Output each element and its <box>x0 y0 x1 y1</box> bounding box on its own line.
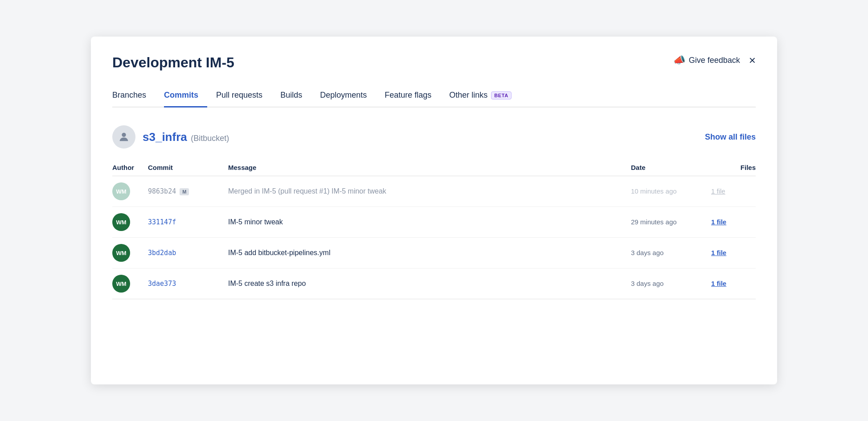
repo-identity: s3_infra (Bitbucket) <box>112 125 229 149</box>
author-avatar: WM <box>112 275 130 293</box>
commit-files-cell: 1 file <box>711 176 756 207</box>
repo-name: s3_infra <box>143 130 187 144</box>
tab-other-links[interactable]: Other links BETA <box>449 85 520 107</box>
commit-author-cell: WM <box>112 207 148 238</box>
table-row: WM9863b24MMerged in IM-5 (pull request #… <box>112 176 756 207</box>
col-header-author: Author <box>112 159 148 176</box>
commit-message: Merged in IM-5 (pull request #1) IM-5 mi… <box>228 187 386 195</box>
commit-files-cell: 1 file <box>711 207 756 238</box>
commit-files-link[interactable]: 1 file <box>711 280 726 287</box>
commit-date: 29 minutes ago <box>631 218 677 226</box>
commit-date-cell: 3 days ago <box>631 238 711 268</box>
main-panel: Development IM-5 📣 Give feedback × Branc… <box>91 37 777 384</box>
commit-hash-link[interactable]: 3dae373 <box>148 280 176 288</box>
tab-builds[interactable]: Builds <box>280 85 311 107</box>
col-header-files: Files <box>711 159 756 176</box>
commits-table: Author Commit Message Date Files WM9863b… <box>112 159 756 299</box>
commit-files-link[interactable]: 1 file <box>711 249 726 256</box>
commit-author-cell: WM <box>112 238 148 268</box>
megaphone-icon: 📣 <box>673 54 685 66</box>
panel-title: Development IM-5 <box>112 54 234 71</box>
svg-point-0 <box>122 133 126 137</box>
commit-files-cell: 1 file <box>711 268 756 299</box>
show-all-files-button[interactable]: Show all files <box>705 132 756 142</box>
commit-hash-cell: 3dae373 <box>148 268 228 299</box>
tab-branches[interactable]: Branches <box>112 85 155 107</box>
commit-message: IM-5 minor tweak <box>228 218 283 226</box>
commit-date-cell: 10 minutes ago <box>631 176 711 207</box>
tab-pull-requests[interactable]: Pull requests <box>216 85 271 107</box>
commit-date-cell: 3 days ago <box>631 268 711 299</box>
repo-source: (Bitbucket) <box>191 134 229 143</box>
table-row: WM3dae373IM-5 create s3 infra repo3 days… <box>112 268 756 299</box>
commit-message: IM-5 create s3 infra repo <box>228 280 306 287</box>
commit-message-cell: IM-5 create s3 infra repo <box>228 268 631 299</box>
commit-message: IM-5 add bitbucket-pipelines.yml <box>228 249 330 256</box>
repo-header: s3_infra (Bitbucket) Show all files <box>112 125 756 149</box>
author-avatar: WM <box>112 182 130 200</box>
table-row: WM331147fIM-5 minor tweak29 minutes ago1… <box>112 207 756 238</box>
tab-feature-flags[interactable]: Feature flags <box>385 85 440 107</box>
commit-hash-link[interactable]: 3bd2dab <box>148 249 176 257</box>
commit-message-cell: IM-5 add bitbucket-pipelines.yml <box>228 238 631 268</box>
commit-date: 3 days ago <box>631 280 663 287</box>
commit-hash-cell: 331147f <box>148 207 228 238</box>
panel-header: Development IM-5 📣 Give feedback × <box>112 54 756 71</box>
commit-author-cell: WM <box>112 268 148 299</box>
author-avatar: WM <box>112 213 130 231</box>
commit-files-link[interactable]: 1 file <box>711 218 726 226</box>
author-avatar: WM <box>112 244 130 262</box>
col-header-commit: Commit <box>148 159 228 176</box>
tab-deployments[interactable]: Deployments <box>320 85 376 107</box>
repo-avatar <box>112 125 135 149</box>
commit-files-link: 1 file <box>711 187 725 195</box>
commit-date-cell: 29 minutes ago <box>631 207 711 238</box>
tab-commits[interactable]: Commits <box>164 85 207 107</box>
commit-hash-link[interactable]: 331147f <box>148 218 176 226</box>
commit-hash-cell: 3bd2dab <box>148 238 228 268</box>
commit-date: 3 days ago <box>631 249 663 256</box>
beta-badge: BETA <box>491 91 511 99</box>
header-actions: 📣 Give feedback × <box>673 54 756 66</box>
col-header-date: Date <box>631 159 711 176</box>
commit-hash-link[interactable]: 9863b24 <box>148 187 176 195</box>
close-button[interactable]: × <box>749 54 756 66</box>
give-feedback-button[interactable]: 📣 Give feedback <box>673 54 740 66</box>
tabs-nav: Branches Commits Pull requests Builds De… <box>112 85 756 107</box>
merge-badge: M <box>180 188 189 195</box>
commit-message-cell: IM-5 minor tweak <box>228 207 631 238</box>
commit-date: 10 minutes ago <box>631 187 677 195</box>
commit-files-cell: 1 file <box>711 238 756 268</box>
commit-hash-cell: 9863b24M <box>148 176 228 207</box>
col-header-message: Message <box>228 159 631 176</box>
table-row: WM3bd2dabIM-5 add bitbucket-pipelines.ym… <box>112 238 756 268</box>
commit-message-cell: Merged in IM-5 (pull request #1) IM-5 mi… <box>228 176 631 207</box>
commit-author-cell: WM <box>112 176 148 207</box>
